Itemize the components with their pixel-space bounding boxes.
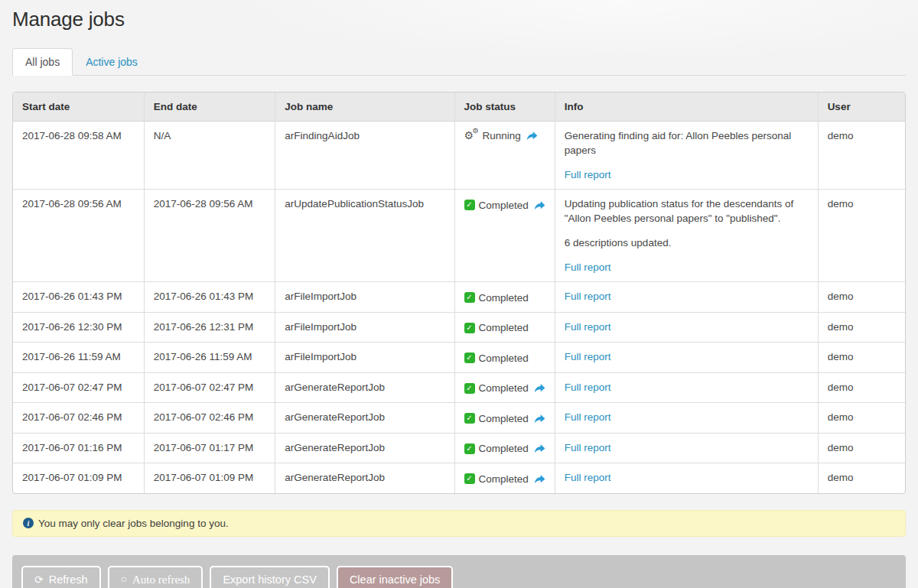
end-date-cell: 2017-06-07 01:17 PM <box>144 433 275 463</box>
user-cell: demo <box>818 433 905 463</box>
full-report-link[interactable]: Full report <box>565 289 611 304</box>
info-cell: Full report <box>555 312 818 343</box>
full-report-link[interactable]: Full report <box>565 167 611 182</box>
page-title: Manage jobs <box>12 0 906 31</box>
start-date-cell: 2017-06-26 12:30 PM <box>13 312 144 343</box>
status-badge: ✓Completed <box>464 411 545 426</box>
end-date-cell: 2017-06-26 12:31 PM <box>144 312 275 343</box>
export-history-csv-button[interactable]: Export history CSV <box>210 566 330 588</box>
job-status-cell: ✓Completed <box>454 463 555 493</box>
clear-inactive-jobs-button[interactable]: Clear inactive jobs <box>337 566 453 588</box>
auto-refresh-button-label: Auto refresh <box>132 573 190 586</box>
job-name-cell: arGenerateReportJob <box>275 433 454 463</box>
tab-active-jobs[interactable]: Active jobs <box>73 48 151 76</box>
full-report-link[interactable]: Full report <box>565 470 611 485</box>
check-square-icon: ✓ <box>464 443 475 454</box>
info-cell: Full report <box>555 463 818 493</box>
job-row: 2017-06-26 01:43 PM2017-06-26 01:43 PMar… <box>13 281 905 312</box>
action-bar: ⟳ Refresh ○ Auto refresh Export history … <box>12 555 906 588</box>
job-status-cell: ✓Completed <box>454 189 555 281</box>
auto-refresh-button[interactable]: ○ Auto refresh <box>108 566 203 588</box>
status-badge: ✓Completed <box>464 198 545 213</box>
status-badge: ✓Completed <box>464 351 529 365</box>
check-square-icon: ✓ <box>464 292 475 303</box>
share-arrow-icon <box>534 443 545 453</box>
full-report-link[interactable]: Full report <box>565 260 611 275</box>
full-report-link[interactable]: Full report <box>565 410 611 424</box>
jobs-table-header: Start date End date Job name Job status … <box>13 93 905 122</box>
user-cell: demo <box>818 463 905 493</box>
end-date-cell: 2017-06-26 11:59 AM <box>144 342 275 372</box>
end-date-cell: 2017-06-07 02:47 PM <box>144 372 275 403</box>
job-name-cell: arFileImportJob <box>275 312 454 343</box>
jobs-table: Start date End date Job name Job status … <box>12 92 906 494</box>
job-status-cell: ✓Completed <box>454 402 555 433</box>
job-row: 2017-06-26 12:30 PM2017-06-26 12:31 PMar… <box>13 312 905 343</box>
job-name-cell: arUpdatePublicationStatusJob <box>275 189 454 281</box>
job-row: 2017-06-28 09:56 AM2017-06-28 09:56 AMar… <box>13 189 905 281</box>
full-report-link[interactable]: Full report <box>565 349 611 364</box>
user-cell: demo <box>818 402 905 433</box>
status-label: Completed <box>479 320 529 335</box>
status-label: Completed <box>479 291 529 305</box>
info-cell: Full report <box>555 372 818 403</box>
job-name-cell: arFileImportJob <box>275 342 454 372</box>
user-cell: demo <box>818 312 905 343</box>
status-label: Completed <box>479 441 529 456</box>
user-cell: demo <box>818 281 905 312</box>
start-date-cell: 2017-06-28 09:58 AM <box>13 122 144 189</box>
job-row: 2017-06-26 11:59 AM2017-06-26 11:59 AMar… <box>13 342 905 372</box>
user-cell: demo <box>818 342 905 372</box>
job-status-cell: ✓Completed <box>454 433 555 463</box>
job-row: 2017-06-07 02:47 PM2017-06-07 02:47 PMar… <box>13 372 905 403</box>
job-status-cell: ✓Completed <box>454 372 555 403</box>
status-label: Completed <box>479 198 529 213</box>
refresh-button-label: Refresh <box>49 573 88 586</box>
end-date-cell: 2017-06-07 01:09 PM <box>144 463 275 493</box>
check-square-icon: ✓ <box>464 352 475 363</box>
full-report-link[interactable]: Full report <box>565 320 611 334</box>
check-square-icon: ✓ <box>464 413 475 424</box>
info-cell: Full report <box>555 402 818 433</box>
tab-all-jobs[interactable]: All jobs <box>12 48 73 76</box>
manage-jobs-page: Manage jobs All jobs Active jobs Start d… <box>0 0 918 588</box>
job-status-cell: ✓Completed <box>454 281 555 312</box>
column-header-job-name: Job name <box>275 93 454 122</box>
status-label: Completed <box>479 472 529 486</box>
job-status-cell: ✓Completed <box>454 312 555 343</box>
status-label: Completed <box>479 381 529 395</box>
notice-text: You may only clear jobs belonging to you… <box>38 518 229 529</box>
end-date-cell: 2017-06-28 09:56 AM <box>144 189 275 281</box>
start-date-cell: 2017-06-26 11:59 AM <box>13 342 144 372</box>
start-date-cell: 2017-06-26 01:43 PM <box>13 281 144 312</box>
info-icon: i <box>23 518 34 528</box>
end-date-cell: 2017-06-07 02:46 PM <box>144 402 275 433</box>
info-cell: Full report <box>555 281 818 312</box>
refresh-icon: ⟳ <box>34 574 44 585</box>
end-date-cell: 2017-06-26 01:43 PM <box>144 281 275 312</box>
start-date-cell: 2017-06-28 09:56 AM <box>13 189 144 281</box>
column-header-start-date: Start date <box>13 93 144 122</box>
refresh-button[interactable]: ⟳ Refresh <box>21 566 101 588</box>
start-date-cell: 2017-06-07 01:09 PM <box>13 463 144 493</box>
check-square-icon: ✓ <box>464 200 475 210</box>
job-status-cell: ✓Completed <box>454 342 555 372</box>
tab-bar: All jobs Active jobs <box>12 48 906 76</box>
full-report-link[interactable]: Full report <box>565 440 611 455</box>
column-header-user: User <box>818 93 905 122</box>
status-badge: ✓Completed <box>464 381 545 395</box>
start-date-cell: 2017-06-07 02:47 PM <box>13 372 144 403</box>
user-cell: demo <box>818 372 905 403</box>
end-date-cell: N/A <box>144 122 275 189</box>
job-row: 2017-06-07 01:09 PM2017-06-07 01:09 PMar… <box>13 463 905 493</box>
status-badge: ✓Completed <box>464 320 529 335</box>
full-report-link[interactable]: Full report <box>565 380 611 395</box>
job-row: 2017-06-07 01:16 PM2017-06-07 01:17 PMar… <box>13 433 905 463</box>
job-name-cell: arFileImportJob <box>275 281 454 312</box>
info-text: 6 descriptions updated. <box>565 236 809 250</box>
gears-running-icon: ⚙⚙ <box>464 129 479 142</box>
status-badge: ✓Completed <box>464 472 545 486</box>
info-text: Updating publication status for the desc… <box>565 197 809 226</box>
start-date-cell: 2017-06-07 01:16 PM <box>13 433 144 463</box>
job-name-cell: arGenerateReportJob <box>275 463 454 493</box>
